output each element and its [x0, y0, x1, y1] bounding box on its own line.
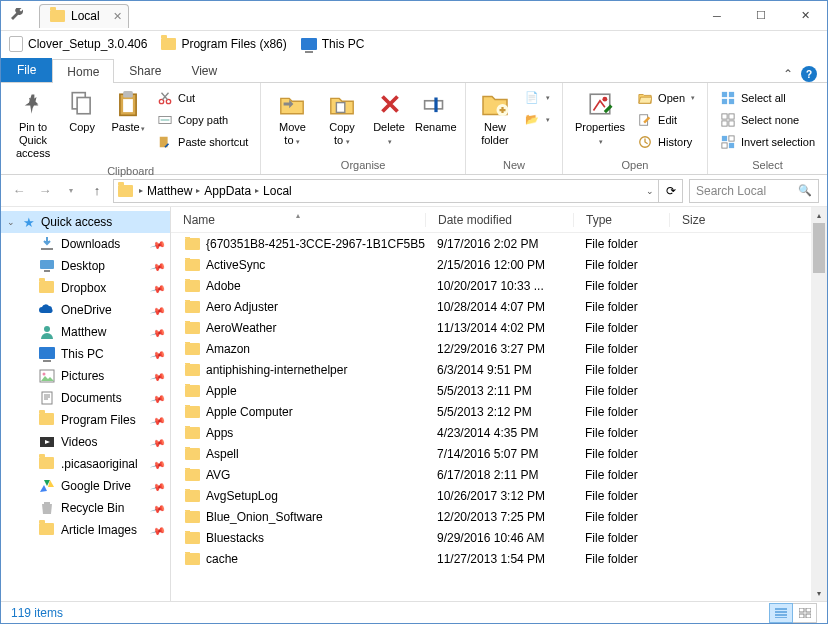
breadcrumb-segment[interactable]: Local: [261, 184, 294, 198]
sidebar-item[interactable]: Dropbox📌: [1, 277, 170, 299]
history-button[interactable]: History: [633, 131, 699, 152]
sidebar-item-quick-access[interactable]: ⌄ ★ Quick access: [1, 211, 170, 233]
scroll-down-icon[interactable]: ▾: [811, 585, 827, 601]
folder-icon: [185, 511, 200, 523]
file-row[interactable]: Apps4/23/2014 4:35 PMFile folder: [171, 422, 827, 443]
sidebar-item[interactable]: Desktop📌: [1, 255, 170, 277]
sidebar-item[interactable]: Article Images📌: [1, 519, 170, 541]
scroll-thumb[interactable]: [813, 223, 825, 273]
easy-access-button[interactable]: 📂▾: [520, 109, 554, 130]
file-row[interactable]: AeroWeather11/13/2014 4:02 PMFile folder: [171, 317, 827, 338]
chevron-right-icon[interactable]: ▸: [137, 186, 145, 195]
breadcrumb-segment[interactable]: Matthew: [145, 184, 194, 198]
pc-icon: [39, 347, 55, 361]
file-row[interactable]: Adobe10/20/2017 10:33 ...File folder: [171, 275, 827, 296]
file-row[interactable]: AvgSetupLog10/26/2017 3:12 PMFile folder: [171, 485, 827, 506]
invert-selection-button[interactable]: Invert selection: [716, 131, 819, 152]
file-name: AVG: [206, 468, 230, 482]
close-tab-icon[interactable]: ✕: [113, 10, 122, 23]
file-row[interactable]: Bluestacks9/29/2016 10:46 AMFile folder: [171, 527, 827, 548]
file-row[interactable]: {670351B8-4251-3CCE-2967-1B1CF5B5E6...9/…: [171, 233, 827, 254]
pin-to-quick-access-button[interactable]: Pin to Quick access: [9, 87, 57, 163]
file-row[interactable]: Blue_Onion_Software12/20/2013 7:25 PMFil…: [171, 506, 827, 527]
column-header-date[interactable]: Date modified: [425, 213, 573, 227]
properties-button[interactable]: Properties ▾: [571, 87, 629, 149]
sidebar-item[interactable]: Google Drive📌: [1, 475, 170, 497]
column-header-size[interactable]: Size: [669, 213, 729, 227]
file-row[interactable]: ActiveSync2/15/2016 12:00 PMFile folder: [171, 254, 827, 275]
details-view-button[interactable]: [769, 603, 793, 623]
edit-button[interactable]: Edit: [633, 109, 699, 130]
sidebar-item[interactable]: Program Files📌: [1, 409, 170, 431]
copy-button[interactable]: Copy: [61, 87, 103, 136]
sidebar-item[interactable]: Pictures📌: [1, 365, 170, 387]
vertical-scrollbar[interactable]: ▴ ▾: [811, 207, 827, 601]
browser-tab[interactable]: Local ✕: [39, 4, 129, 28]
up-button[interactable]: ↑: [87, 181, 107, 201]
back-button[interactable]: ←: [9, 181, 29, 201]
new-item-button[interactable]: 📄▾: [520, 87, 554, 108]
copy-path-button[interactable]: Copy path: [153, 109, 252, 130]
sidebar-item[interactable]: OneDrive📌: [1, 299, 170, 321]
sidebar-item[interactable]: Downloads📌: [1, 233, 170, 255]
sidebar-item[interactable]: Recycle Bin📌: [1, 497, 170, 519]
chevron-right-icon[interactable]: ▸: [194, 186, 202, 195]
sidebar-item[interactable]: Videos📌: [1, 431, 170, 453]
file-row[interactable]: Apple5/5/2013 2:11 PMFile folder: [171, 380, 827, 401]
column-header-name[interactable]: Name▴: [171, 213, 425, 227]
file-row[interactable]: Aero Adjuster10/28/2014 4:07 PMFile fold…: [171, 296, 827, 317]
bookmark-item[interactable]: This PC: [301, 37, 365, 51]
sidebar-item[interactable]: Documents📌: [1, 387, 170, 409]
file-row[interactable]: Apple Computer5/5/2013 2:12 PMFile folde…: [171, 401, 827, 422]
rename-button[interactable]: Rename: [415, 87, 457, 136]
svg-rect-21: [722, 113, 727, 118]
svg-point-14: [602, 97, 607, 102]
maximize-button[interactable]: ☐: [739, 2, 783, 30]
column-header-type[interactable]: Type: [573, 213, 669, 227]
scroll-up-icon[interactable]: ▴: [811, 207, 827, 223]
breadcrumb-dropdown-icon[interactable]: ⌄: [646, 186, 654, 196]
file-menu[interactable]: File: [1, 58, 52, 82]
select-all-button[interactable]: Select all: [716, 87, 819, 108]
breadcrumb[interactable]: ▸ Matthew ▸ AppData ▸ Local ⌄: [113, 179, 659, 203]
file-row[interactable]: AVG6/17/2018 2:11 PMFile folder: [171, 464, 827, 485]
file-row[interactable]: Amazon12/29/2016 3:27 PMFile folder: [171, 338, 827, 359]
sidebar-item[interactable]: Matthew📌: [1, 321, 170, 343]
help-icon[interactable]: ?: [801, 66, 817, 82]
collapse-ribbon-icon[interactable]: ⌃: [783, 67, 793, 81]
wrench-icon[interactable]: [9, 8, 25, 24]
close-button[interactable]: ✕: [783, 2, 827, 30]
refresh-button[interactable]: ⟳: [659, 179, 683, 203]
file-row[interactable]: Aspell7/14/2016 5:07 PMFile folder: [171, 443, 827, 464]
chevron-right-icon[interactable]: ▸: [253, 186, 261, 195]
icons-view-button[interactable]: [793, 603, 817, 623]
sidebar-item-label: Matthew: [61, 325, 106, 339]
tab-view[interactable]: View: [176, 58, 232, 82]
sidebar-item[interactable]: This PC📌: [1, 343, 170, 365]
copy-to-button[interactable]: Copy to ▾: [319, 87, 364, 149]
new-folder-icon: [480, 89, 510, 119]
file-list[interactable]: {670351B8-4251-3CCE-2967-1B1CF5B5E6...9/…: [171, 233, 827, 601]
tree-collapse-icon[interactable]: ⌄: [7, 217, 15, 227]
select-none-button[interactable]: Select none: [716, 109, 819, 130]
delete-button[interactable]: Delete ▾: [369, 87, 411, 149]
bookmark-item[interactable]: Clover_Setup_3.0.406: [9, 36, 147, 52]
recent-locations-dropdown[interactable]: ▾: [61, 181, 81, 201]
pin-icon: 📌: [150, 478, 166, 494]
paste-shortcut-button[interactable]: Paste shortcut: [153, 131, 252, 152]
search-input[interactable]: Search Local 🔍: [689, 179, 819, 203]
open-button[interactable]: Open ▾: [633, 87, 699, 108]
paste-button[interactable]: Paste▾: [107, 87, 149, 136]
file-row[interactable]: cache11/27/2013 1:54 PMFile folder: [171, 548, 827, 569]
new-folder-button[interactable]: New folder: [474, 87, 516, 149]
breadcrumb-segment[interactable]: AppData: [202, 184, 253, 198]
minimize-button[interactable]: ─: [695, 2, 739, 30]
tab-home[interactable]: Home: [52, 59, 114, 83]
file-row[interactable]: antiphishing-internethelper6/3/2014 9:51…: [171, 359, 827, 380]
bookmark-item[interactable]: Program Files (x86): [161, 37, 286, 51]
cut-button[interactable]: Cut: [153, 87, 252, 108]
tab-share[interactable]: Share: [114, 58, 176, 82]
move-to-button[interactable]: Move to ▾: [269, 87, 315, 149]
forward-button[interactable]: →: [35, 181, 55, 201]
sidebar-item[interactable]: .picasaoriginal📌: [1, 453, 170, 475]
